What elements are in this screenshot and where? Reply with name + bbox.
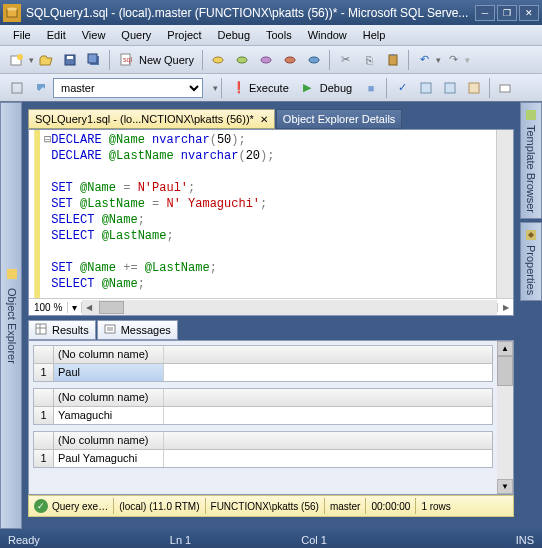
grid-cell[interactable]: Yamaguchi: [54, 407, 164, 424]
editor-vscroll[interactable]: [496, 130, 513, 298]
grid-corner: [34, 346, 54, 363]
results-vscroll[interactable]: ▲ ▼: [497, 341, 513, 494]
copy-button[interactable]: ⎘: [358, 49, 380, 71]
row-number[interactable]: 1: [34, 364, 54, 381]
messages-tab[interactable]: Messages: [97, 320, 178, 340]
object-explorer-tab[interactable]: Object Explorer: [0, 102, 22, 529]
save-all-button[interactable]: [83, 49, 105, 71]
toolbar2-btn-b[interactable]: [439, 77, 461, 99]
template-browser-icon: [524, 108, 538, 122]
execute-label: Execute: [249, 82, 289, 94]
execute-button[interactable]: ❗ Execute: [227, 79, 294, 97]
save-button[interactable]: [59, 49, 81, 71]
result-grid-1: (No column name) 1 Paul: [33, 345, 493, 382]
menu-query[interactable]: Query: [113, 27, 159, 43]
scroll-down[interactable]: ▼: [497, 479, 513, 494]
new-query-label: New Query: [139, 54, 194, 66]
code-text[interactable]: ⊟DECLARE @Name nvarchar(50); DECLARE @La…: [40, 130, 496, 298]
open-button[interactable]: [35, 49, 57, 71]
maximize-button[interactable]: ❐: [497, 5, 517, 21]
template-browser-label: Template Browser: [525, 125, 537, 213]
svg-rect-18: [421, 83, 431, 93]
properties-tab[interactable]: Properties: [520, 222, 542, 301]
zoom-dropdown[interactable]: ▾: [68, 302, 82, 313]
editor-hscroll[interactable]: ◀: [82, 300, 497, 315]
status-user: FUNCTIONX\pkatts (56): [211, 501, 319, 512]
column-header[interactable]: (No column name): [54, 432, 164, 449]
column-header[interactable]: (No column name): [54, 389, 164, 406]
menu-file[interactable]: File: [5, 27, 39, 43]
results-tab[interactable]: Results: [28, 320, 96, 340]
toolbar-sep: [329, 50, 330, 70]
center-pane: SQLQuery1.sql - (lo...NCTIONX\pkatts (56…: [22, 102, 520, 529]
status-mode: INS: [516, 534, 534, 546]
close-tab-icon[interactable]: ✕: [260, 114, 268, 125]
stop-button[interactable]: ■: [360, 77, 382, 99]
code-editor[interactable]: ⊟DECLARE @Name nvarchar(50); DECLARE @La…: [29, 130, 513, 298]
cut-button[interactable]: ✂: [334, 49, 356, 71]
scroll-thumb[interactable]: [99, 301, 124, 314]
main-area: Object Explorer SQLQuery1.sql - (lo...NC…: [0, 102, 542, 529]
toolbar-btn-5[interactable]: [303, 49, 325, 71]
doc-tab-active[interactable]: SQLQuery1.sql - (lo...NCTIONX\pkatts (56…: [28, 109, 275, 129]
svg-rect-15: [389, 55, 397, 65]
menu-help[interactable]: Help: [355, 27, 394, 43]
menu-tools[interactable]: Tools: [258, 27, 300, 43]
minimize-button[interactable]: ─: [475, 5, 495, 21]
menu-debug[interactable]: Debug: [210, 27, 258, 43]
toolbar-btn-2[interactable]: [231, 49, 253, 71]
app-icon: [3, 4, 21, 22]
result-grid-2: (No column name) 1 Yamaguchi: [33, 388, 493, 425]
svg-point-3: [17, 54, 23, 60]
right-sidebar: Template Browser Properties: [520, 102, 542, 529]
redo-button[interactable]: ↷: [442, 49, 464, 71]
parse-button[interactable]: ✓: [391, 77, 413, 99]
svg-rect-22: [7, 269, 17, 279]
toolbar2-btn-a[interactable]: [415, 77, 437, 99]
main-toolbar: ▾ sql New Query ✂ ⎘ ↶ ▾ ↷ ▾: [0, 46, 542, 74]
svg-rect-7: [88, 54, 97, 63]
status-rows: 1 rows: [421, 501, 450, 512]
messages-icon: [104, 323, 118, 337]
debug-button[interactable]: ▶ Debug: [298, 79, 357, 97]
scroll-thumb[interactable]: [497, 356, 513, 386]
new-query-button[interactable]: sql New Query: [113, 49, 199, 71]
database-select[interactable]: master: [53, 78, 203, 98]
toolbar2-btn-c[interactable]: [463, 77, 485, 99]
results-tab-label: Results: [52, 324, 89, 336]
svg-point-10: [213, 57, 223, 63]
toolbar-btn-3[interactable]: [255, 49, 277, 71]
new-project-button[interactable]: [6, 49, 28, 71]
result-grid-3: (No column name) 1 Paul Yamaguchi: [33, 431, 493, 468]
toolbar-btn-1[interactable]: [207, 49, 229, 71]
doc-tab-inactive[interactable]: Object Explorer Details: [276, 109, 403, 129]
grid-cell[interactable]: Paul: [54, 364, 164, 381]
toolbar-btn-4[interactable]: [279, 49, 301, 71]
svg-point-12: [261, 57, 271, 63]
toolbar-sep: [489, 78, 490, 98]
menu-window[interactable]: Window: [300, 27, 355, 43]
status-time: 00:00:00: [371, 501, 410, 512]
menu-edit[interactable]: Edit: [39, 27, 74, 43]
template-browser-tab[interactable]: Template Browser: [520, 102, 542, 219]
undo-button[interactable]: ↶: [413, 49, 435, 71]
editor-pane: ⊟DECLARE @Name nvarchar(50); DECLARE @La…: [28, 129, 514, 316]
row-number[interactable]: 1: [34, 450, 54, 467]
scroll-up[interactable]: ▲: [497, 341, 513, 356]
row-number[interactable]: 1: [34, 407, 54, 424]
grid-corner: [34, 389, 54, 406]
menu-view[interactable]: View: [74, 27, 114, 43]
debug-label: Debug: [320, 82, 352, 94]
sql-toolbar: master ▾ ❗ Execute ▶ Debug ■ ✓: [0, 74, 542, 102]
paste-button[interactable]: [382, 49, 404, 71]
close-button[interactable]: ✕: [519, 5, 539, 21]
column-header[interactable]: (No column name): [54, 346, 164, 363]
toolbar2-btn[interactable]: [30, 77, 52, 99]
svg-rect-17: [12, 83, 22, 93]
doc-tab-label: Object Explorer Details: [283, 113, 396, 125]
toolbar2-btn[interactable]: [6, 77, 28, 99]
grid-cell[interactable]: Paul Yamaguchi: [54, 450, 164, 467]
menu-project[interactable]: Project: [159, 27, 209, 43]
new-query-icon: sql: [118, 51, 136, 69]
toolbar2-btn-d[interactable]: [494, 77, 516, 99]
